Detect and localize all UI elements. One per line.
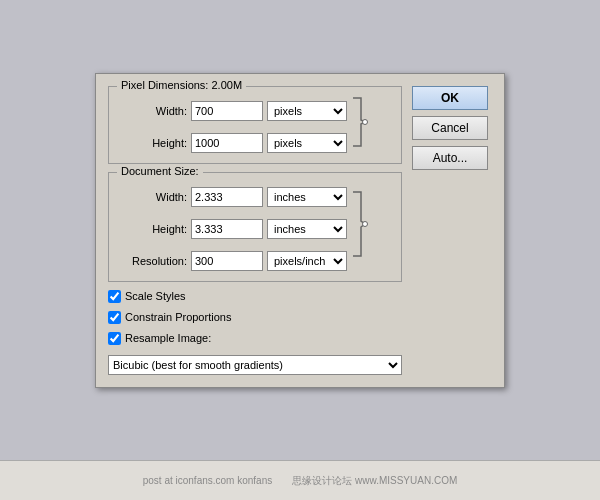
doc-rows: Width: inches Height: inches — [119, 181, 347, 271]
left-watermark: post at iconfans.com konfans — [143, 475, 273, 486]
doc-height-row: Height: inches — [119, 219, 347, 239]
pixel-width-row: Width: pixels — [119, 101, 347, 121]
resolution-input[interactable] — [191, 251, 263, 271]
main-area: Pixel Dimensions: 2.00M Width: pixels He… — [0, 0, 600, 460]
pixel-width-label: Width: — [119, 105, 187, 117]
svg-point-1 — [363, 222, 368, 227]
dialog-left-panel: Pixel Dimensions: 2.00M Width: pixels He… — [108, 86, 402, 375]
resample-image-label: Resample Image: — [125, 332, 211, 344]
doc-rows-with-bracket: Width: inches Height: inches — [119, 181, 391, 271]
resample-method-row: Bicubic (best for smooth gradients) — [108, 355, 402, 375]
doc-height-unit-select[interactable]: inches — [267, 219, 347, 239]
resample-image-checkbox[interactable] — [108, 332, 121, 345]
scale-styles-checkbox[interactable] — [108, 290, 121, 303]
document-size-group: Document Size: Width: inches Height: — [108, 172, 402, 282]
pixel-dimensions-title: Pixel Dimensions: 2.00M — [117, 79, 246, 91]
bottom-bar: post at iconfans.com konfans 思缘设计论坛 www.… — [0, 460, 600, 500]
doc-height-input[interactable] — [191, 219, 263, 239]
right-watermark: 思缘设计论坛 www.MISSYUAN.COM — [292, 474, 457, 488]
pixel-dimensions-group: Pixel Dimensions: 2.00M Width: pixels He… — [108, 86, 402, 164]
pixel-rows-with-bracket: Width: pixels Height: pixels — [119, 95, 391, 153]
doc-height-label: Height: — [119, 223, 187, 235]
pixel-height-unit-select[interactable]: pixels — [267, 133, 347, 153]
doc-width-unit-select[interactable]: inches — [267, 187, 347, 207]
doc-width-input[interactable] — [191, 187, 263, 207]
doc-link-bracket — [351, 190, 369, 261]
pixel-width-unit-select[interactable]: pixels — [267, 101, 347, 121]
ok-button[interactable]: OK — [412, 86, 488, 110]
doc-width-row: Width: inches — [119, 187, 347, 207]
constrain-proportions-label: Constrain Proportions — [125, 311, 231, 323]
svg-point-0 — [363, 120, 368, 125]
resolution-label: Resolution: — [119, 255, 187, 267]
constrain-proportions-row: Constrain Proportions — [108, 311, 402, 324]
pixel-height-label: Height: — [119, 137, 187, 149]
auto-button[interactable]: Auto... — [412, 146, 488, 170]
pixel-link-bracket — [351, 96, 369, 151]
resolution-row: Resolution: pixels/inch — [119, 251, 347, 271]
cancel-button[interactable]: Cancel — [412, 116, 488, 140]
pixel-rows: Width: pixels Height: pixels — [119, 95, 347, 153]
constrain-proportions-checkbox[interactable] — [108, 311, 121, 324]
pixel-height-row: Height: pixels — [119, 133, 347, 153]
pixel-width-input[interactable] — [191, 101, 263, 121]
scale-styles-row: Scale Styles — [108, 290, 402, 303]
scale-styles-label: Scale Styles — [125, 290, 186, 302]
resample-method-select[interactable]: Bicubic (best for smooth gradients) — [108, 355, 402, 375]
dialog-right-panel: OK Cancel Auto... — [412, 86, 492, 375]
document-size-title: Document Size: — [117, 165, 203, 177]
resolution-unit-select[interactable]: pixels/inch — [267, 251, 347, 271]
doc-width-label: Width: — [119, 191, 187, 203]
image-size-dialog: Pixel Dimensions: 2.00M Width: pixels He… — [95, 73, 505, 388]
pixel-height-input[interactable] — [191, 133, 263, 153]
resample-image-row: Resample Image: — [108, 332, 402, 345]
